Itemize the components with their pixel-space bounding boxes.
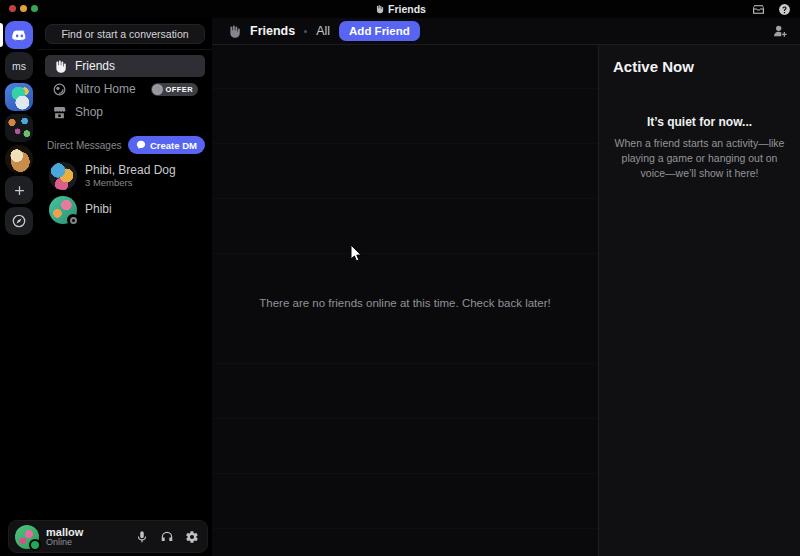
server-button-bird-avatar[interactable] [5, 83, 33, 111]
header-friends-label: Friends [250, 24, 295, 38]
online-status-badge [29, 539, 41, 551]
server-initials: ms [12, 60, 26, 72]
quiet-description: When a friend starts an activity—like pl… [613, 136, 786, 182]
friends-header: Friends All Add Friend [212, 18, 800, 45]
search-label: Find or start a conversation [61, 28, 188, 40]
current-user-info[interactable]: mallow Online [46, 526, 83, 548]
server-rail: ms [0, 18, 38, 556]
offer-badge-label: OFFER [166, 85, 193, 94]
dm-member-count: 3 Members [85, 177, 176, 188]
current-user-avatar[interactable] [15, 525, 39, 549]
headphones-icon[interactable] [160, 530, 174, 544]
window-title-text: Friends [388, 3, 426, 15]
active-now-panel: Active Now It’s quiet for now... When a … [598, 45, 800, 556]
offer-badge: OFFER [151, 83, 198, 96]
titlebar: Friends [0, 0, 800, 18]
tab-all[interactable]: All [316, 24, 330, 38]
channel-sidebar: Find or start a conversation Friends Nit… [38, 18, 212, 556]
add-friend-button[interactable]: Add Friend [339, 21, 420, 41]
minimize-window-button[interactable] [20, 5, 27, 12]
create-dm-button[interactable]: Create DM [128, 136, 205, 154]
offline-status-badge [67, 214, 79, 226]
help-icon[interactable] [778, 3, 791, 16]
wave-hand-icon [52, 59, 67, 74]
server-button-collage-avatar[interactable] [5, 114, 33, 142]
explore-servers-button[interactable] [5, 207, 33, 235]
header-divider-dot [304, 30, 307, 33]
dm-name: Phibi, Bread Dog [85, 164, 176, 178]
zoom-window-button[interactable] [31, 5, 38, 12]
group-dm-avatar [49, 162, 77, 190]
sidebar-item-label: Shop [75, 105, 103, 119]
wave-hand-icon [226, 24, 241, 39]
compass-icon [11, 213, 27, 229]
empty-state-text: There are no friends online at this time… [212, 297, 598, 309]
dm-section-header[interactable]: Direct Messages [47, 140, 121, 151]
sidebar-item-shop[interactable]: Shop [45, 101, 205, 123]
add-server-button[interactable] [5, 176, 33, 204]
chat-bubble-icon [136, 140, 146, 150]
active-now-title: Active Now [613, 58, 786, 75]
window-controls [9, 5, 38, 12]
dm-name: Phibi [85, 203, 112, 217]
discord-home-button[interactable] [5, 21, 33, 49]
server-button-bread-avatar[interactable] [5, 145, 33, 173]
create-dm-label: Create DM [150, 140, 197, 151]
user-status: Online [46, 538, 83, 548]
user-panel: mallow Online [8, 520, 208, 553]
microphone-icon[interactable] [135, 530, 149, 544]
shop-icon [52, 105, 67, 120]
user-avatar [49, 196, 77, 224]
search-conversation-button[interactable]: Find or start a conversation [45, 24, 205, 44]
dm-row-group[interactable]: Phibi, Bread Dog 3 Members [45, 159, 205, 193]
username: mallow [46, 526, 83, 538]
quiet-title: It’s quiet for now... [613, 115, 786, 129]
selected-server-pill [0, 23, 3, 47]
clock-icon [152, 84, 163, 95]
plus-icon [12, 183, 27, 198]
inbox-icon[interactable] [752, 3, 765, 16]
sidebar-item-label: Nitro Home [75, 82, 136, 96]
new-group-dm-icon[interactable] [772, 23, 788, 39]
sidebar-item-label: Friends [75, 59, 115, 73]
window-title: Friends [374, 3, 426, 15]
dm-row-phibi[interactable]: Phibi [45, 193, 205, 227]
server-button-ms[interactable]: ms [5, 52, 33, 80]
settings-gear-icon[interactable] [185, 530, 199, 544]
friends-list-area: There are no friends online at this time… [212, 45, 598, 556]
wave-hand-icon [374, 4, 384, 14]
sidebar-item-friends[interactable]: Friends [45, 55, 205, 77]
nitro-icon [52, 82, 67, 97]
discord-logo-icon [11, 27, 28, 44]
close-window-button[interactable] [9, 5, 16, 12]
sidebar-item-nitro-home[interactable]: Nitro Home OFFER [45, 78, 205, 100]
